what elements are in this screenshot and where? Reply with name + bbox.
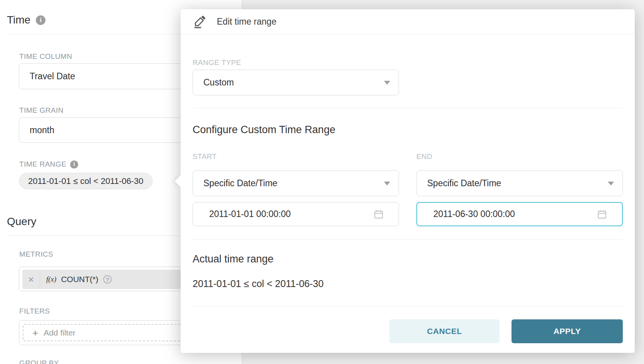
- modal-divider: [193, 306, 623, 306]
- metrics-label: METRICS: [19, 250, 53, 259]
- start-mode-value: Specific Date/Time: [203, 178, 277, 189]
- range-type-select[interactable]: Custom: [193, 70, 399, 95]
- time-range-label: TIME RANGE i: [19, 160, 78, 169]
- function-icon: f(x): [46, 275, 56, 284]
- add-filter-label: Add filter: [44, 328, 75, 337]
- remove-metric-icon[interactable]: ×: [22, 270, 40, 289]
- popover-header: Edit time range: [181, 9, 635, 34]
- info-icon[interactable]: i: [36, 15, 45, 25]
- apply-button[interactable]: APPLY: [512, 319, 623, 343]
- end-mode-select[interactable]: Specific Date/Time: [416, 170, 623, 196]
- group-by-label: GROUP BY: [19, 359, 59, 364]
- modal-divider: [193, 108, 623, 108]
- time-section-title: Time i: [7, 14, 45, 26]
- range-type-label: RANGE TYPE: [193, 58, 241, 67]
- time-range-pill[interactable]: 2011-01-01 ≤ col < 2011-06-30: [19, 173, 153, 189]
- popover-title: Edit time range: [217, 17, 277, 27]
- time-grain-value: month: [30, 125, 54, 135]
- time-grain-label: TIME GRAIN: [19, 106, 64, 115]
- actual-time-range-value: 2011-01-01 ≤ col < 2011-06-30: [193, 278, 324, 289]
- end-datetime-input[interactable]: 2011-06-30 00:00:00: [416, 202, 623, 226]
- plus-icon: +: [32, 328, 38, 338]
- filters-label: FILTERS: [19, 307, 50, 316]
- configure-heading: Configure Custom Time Range: [193, 124, 335, 136]
- actual-time-range-heading: Actual time range: [193, 253, 273, 265]
- start-mode-select[interactable]: Specific Date/Time: [193, 170, 399, 196]
- end-datetime-value: 2011-06-30 00:00:00: [433, 209, 515, 219]
- time-column-label: TIME COLUMN: [19, 52, 72, 61]
- chevron-down-icon: [384, 81, 390, 85]
- start-label: START: [193, 152, 217, 161]
- start-datetime-value: 2011-01-01 00:00:00: [209, 209, 291, 219]
- time-section-title-text: Time: [7, 14, 30, 26]
- end-label: END: [416, 152, 432, 161]
- cancel-button[interactable]: CANCEL: [389, 319, 500, 343]
- calendar-icon[interactable]: [597, 209, 607, 220]
- calendar-icon[interactable]: [373, 209, 384, 220]
- chevron-down-icon: [384, 182, 390, 185]
- range-type-value: Custom: [203, 77, 234, 88]
- info-icon[interactable]: i: [70, 160, 78, 169]
- metric-chip-label: COUNT(*): [61, 275, 98, 284]
- query-section-title-text: Query: [7, 215, 36, 228]
- modal-divider: [193, 239, 623, 240]
- start-datetime-input[interactable]: 2011-01-01 00:00:00: [193, 202, 399, 226]
- time-range-label-text: TIME RANGE: [19, 160, 66, 169]
- query-section-title: Query: [7, 215, 36, 228]
- chevron-down-icon: [608, 182, 614, 185]
- edit-pencil-icon: [193, 15, 206, 28]
- edit-time-range-popover: Edit time range RANGE TYPE Custom Config…: [181, 9, 635, 353]
- help-icon[interactable]: ?: [103, 275, 112, 284]
- time-column-value: Travel Date: [30, 71, 75, 82]
- end-mode-value: Specific Date/Time: [427, 178, 501, 189]
